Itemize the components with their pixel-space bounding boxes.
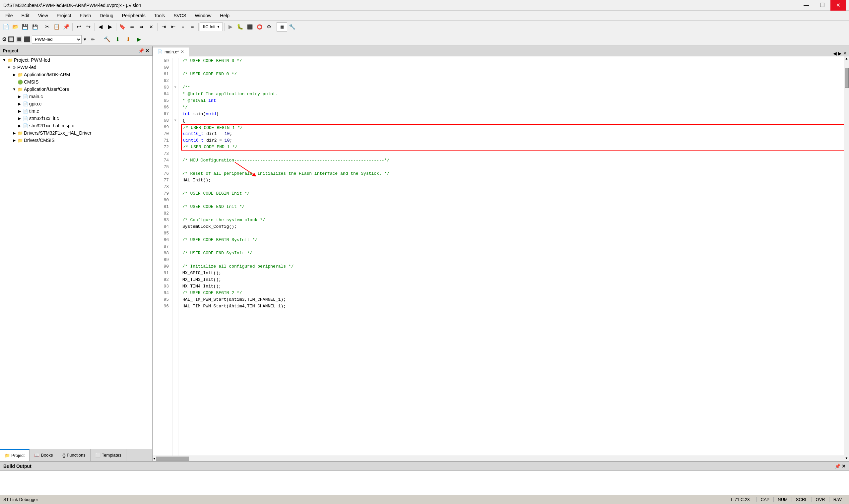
- tab-scroll-right-icon[interactable]: ▶: [838, 51, 842, 56]
- left-bottom-tabs: 📁 Project 📖 Books {} Functions ⬜ Templat…: [0, 449, 152, 461]
- vertical-scrollbar[interactable]: ▲ ▼: [844, 56, 849, 461]
- project-select-arrow[interactable]: ▼: [83, 37, 87, 42]
- bookmark-next-button[interactable]: ➡: [137, 22, 146, 32]
- menu-peripherals[interactable]: Peripherals: [118, 12, 149, 20]
- status-debugger: ST-Link Debugger: [3, 497, 45, 502]
- tab-templates[interactable]: ⬜ Templates: [91, 449, 126, 461]
- bookmark-button[interactable]: 🔖: [118, 22, 127, 32]
- save-button[interactable]: 💾: [21, 22, 30, 32]
- nav-back-button[interactable]: ◀: [96, 22, 105, 32]
- project-panel-title: Project: [3, 48, 18, 53]
- tree-item-user-core[interactable]: ▼ 📁 Application/User/Core: [0, 86, 152, 93]
- line-number-gutter: 5960616263646566676869707172737475767778…: [152, 58, 173, 455]
- tree-item-mdk-arm[interactable]: ▶ 📁 Application/MDK-ARM: [0, 71, 152, 78]
- tree-item-drivers-cmsis[interactable]: ▶ 📁 Drivers/CMSIS: [0, 137, 152, 144]
- debug-button[interactable]: 🐛: [235, 22, 245, 32]
- menu-tools[interactable]: Tools: [150, 12, 169, 20]
- bookmark-clear-button[interactable]: ✕: [147, 22, 156, 32]
- code-editor[interactable]: 5960616263646566676869707172737475767778…: [152, 56, 849, 461]
- scroll-left-arrow[interactable]: ◀: [152, 456, 156, 461]
- new-file-button[interactable]: 📄: [1, 22, 11, 32]
- build-pin-icon[interactable]: 📌: [835, 464, 841, 469]
- bookmark-prev-button[interactable]: ⬅: [127, 22, 137, 32]
- redo-button[interactable]: ↪: [84, 22, 93, 32]
- toolbar1: 📄 📂 💾 💾 ✂ 📋 📌 ↩ ↪ ◀ ▶ 🔖 ⬅ ➡ ✕ ⇥ ⇤ ≡ ≣ II…: [0, 21, 849, 33]
- target-icon4: ⬛: [24, 36, 31, 42]
- tree-item-tim-c[interactable]: ▶ 📄 tim.c: [0, 107, 152, 115]
- iic-init-dropdown[interactable]: IIC Init ▼: [200, 22, 223, 31]
- tree-item-target[interactable]: ▼ ⚙ PWM-led: [0, 64, 152, 71]
- panel-pin-icon[interactable]: 📌: [138, 48, 144, 53]
- functions-tab-label: Functions: [67, 453, 85, 457]
- circle-button[interactable]: ⭕: [255, 22, 264, 32]
- tree-item-stm32-hal-msp[interactable]: ▶ 📄 stm32f1xx_hal_msp.c: [0, 122, 152, 129]
- iic-init-label: IIC Init: [203, 24, 216, 29]
- format2-button[interactable]: ≣: [188, 22, 197, 32]
- tree-item-main-c[interactable]: ▶ 📄 main.c: [0, 93, 152, 100]
- minimize-button[interactable]: —: [799, 0, 814, 11]
- wrench-button[interactable]: 🔧: [288, 22, 297, 32]
- toolbar2: ⚙ 🔲 🔳 ⬛ PWM-led ▼ ✏ 🔨 ⬇ ⬇ ▶: [0, 33, 849, 46]
- target-edit-button[interactable]: ✏: [88, 35, 97, 44]
- tab-scroll-left-icon[interactable]: ◀: [833, 51, 837, 56]
- undo-button[interactable]: ↩: [74, 22, 83, 32]
- menu-window[interactable]: Window: [191, 12, 216, 20]
- tree-item-project-root[interactable]: ▼ 📁 Project: PWM-led: [0, 56, 152, 64]
- nav-forward-button[interactable]: ▶: [106, 22, 115, 32]
- menu-file[interactable]: File: [1, 12, 17, 20]
- project-panel-header: Project 📌 ✕: [0, 46, 152, 56]
- format-button[interactable]: ≡: [178, 22, 187, 32]
- tab-panel-close-icon[interactable]: ✕: [843, 51, 847, 56]
- menu-help[interactable]: Help: [216, 12, 234, 20]
- books-tab-label: Books: [41, 453, 53, 457]
- outdent-button[interactable]: ⇤: [168, 22, 178, 32]
- scroll-thumb-h[interactable]: [156, 456, 189, 461]
- build-target-button[interactable]: 🔨: [103, 35, 112, 44]
- iic-dropdown-arrow[interactable]: ▼: [217, 25, 220, 29]
- target-icon2: 🔲: [8, 36, 15, 42]
- run-button[interactable]: ▶: [226, 22, 235, 32]
- build-close-icon[interactable]: ✕: [842, 464, 846, 469]
- functions-tab-icon: {}: [63, 453, 66, 457]
- tree-item-cmsis[interactable]: 🟢 CMSIS: [0, 78, 152, 86]
- project-select[interactable]: PWM-led: [32, 35, 82, 44]
- view-select-button[interactable]: ▦: [276, 22, 287, 32]
- editor-tab-main-c[interactable]: 📄 main.c* ✕: [152, 47, 189, 56]
- tree-item-stm32f1xx-it[interactable]: ▶ 📄 stm32f1xx_it.c: [0, 115, 152, 122]
- window-controls: — ❐ ✕: [799, 0, 846, 11]
- code-content[interactable]: /* USER CODE BEGIN 0 */ /* USER CODE END…: [178, 58, 849, 455]
- window-title: D:\STM32cubeMX\PWM-led\MDK-ARM\PWM-led.u…: [3, 3, 141, 8]
- open-file-button[interactable]: 📂: [11, 22, 20, 32]
- panel-close-icon[interactable]: ✕: [145, 48, 149, 53]
- copy-button[interactable]: 📋: [52, 22, 61, 32]
- tree-item-hal-driver[interactable]: ▶ 📁 Drivers/STM32F1xx_HAL_Driver: [0, 129, 152, 137]
- close-button[interactable]: ✕: [830, 0, 846, 11]
- scroll-down-arrow[interactable]: ▼: [845, 456, 848, 461]
- stop-button[interactable]: ⬛: [245, 22, 254, 32]
- load-button[interactable]: ⬇: [113, 35, 122, 44]
- settings-button[interactable]: ⚙: [264, 22, 274, 32]
- tab-close-btn[interactable]: ✕: [181, 49, 184, 54]
- horizontal-scrollbar[interactable]: ◀ ▶: [152, 455, 849, 461]
- tab-file-icon: 📄: [158, 49, 163, 54]
- paste-button[interactable]: 📌: [62, 22, 71, 32]
- menu-edit[interactable]: Edit: [18, 12, 34, 20]
- scroll-up-arrow[interactable]: ▲: [845, 56, 848, 61]
- tree-item-gpio-c[interactable]: ▶ 📄 gpio.c: [0, 100, 152, 107]
- menu-project[interactable]: Project: [53, 12, 75, 20]
- menu-debug[interactable]: Debug: [96, 12, 118, 20]
- menu-view[interactable]: View: [34, 12, 52, 20]
- save-all-button[interactable]: 💾: [30, 22, 39, 32]
- cut-button[interactable]: ✂: [42, 22, 52, 32]
- menu-flash[interactable]: Flash: [76, 12, 95, 20]
- load2-button[interactable]: ⬇: [124, 35, 133, 44]
- status-caps: CAP: [757, 497, 774, 502]
- tab-functions[interactable]: {} Functions: [58, 449, 91, 461]
- scroll-thumb[interactable]: [845, 68, 849, 88]
- tab-books[interactable]: 📖 Books: [30, 449, 58, 461]
- indent-button[interactable]: ⇥: [159, 22, 168, 32]
- tab-project[interactable]: 📁 Project: [0, 449, 30, 461]
- run2-button[interactable]: ▶: [134, 35, 144, 44]
- menu-svcs[interactable]: SVCS: [169, 12, 190, 20]
- maximize-button[interactable]: ❐: [814, 0, 830, 11]
